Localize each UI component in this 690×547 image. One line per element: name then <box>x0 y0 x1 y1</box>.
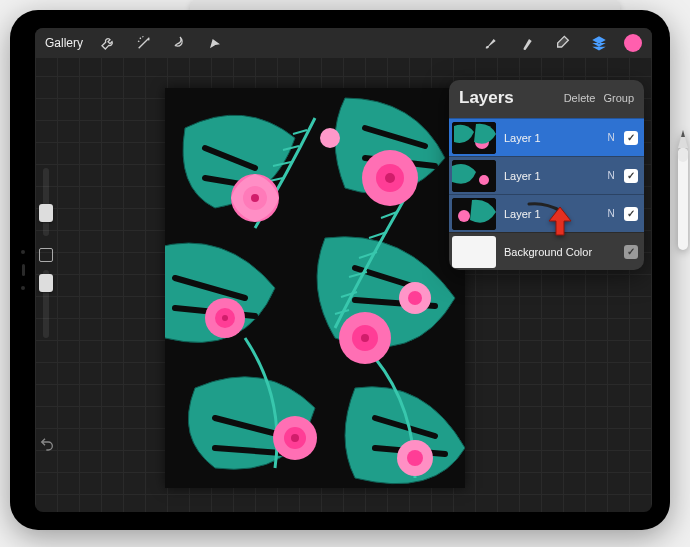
app-screen: Gallery <box>35 28 652 512</box>
brush-size-thumb[interactable] <box>39 204 53 222</box>
layer-thumbnail <box>452 198 496 230</box>
svg-point-17 <box>291 434 299 442</box>
layers-delete-button[interactable]: Delete <box>564 92 596 104</box>
svg-point-26 <box>479 175 489 185</box>
ipad-device-frame: Gallery <box>10 10 670 530</box>
layer-blend-mode[interactable]: N <box>606 132 616 143</box>
layer-thumbnail <box>452 160 496 192</box>
brush-opacity-slider[interactable] <box>43 270 49 338</box>
top-toolbar: Gallery <box>35 28 652 58</box>
selection-icon[interactable] <box>169 32 191 54</box>
layer-blend-mode[interactable]: N <box>606 170 616 181</box>
layer-row[interactable]: Layer 1 N ✓ <box>449 118 644 156</box>
layer-name-label: Layer 1 <box>504 132 598 144</box>
svg-rect-31 <box>678 148 688 162</box>
svg-point-14 <box>408 291 422 305</box>
layer-name-label: Layer 1 <box>504 170 598 182</box>
color-swatch-button[interactable] <box>624 34 642 52</box>
brush-opacity-thumb[interactable] <box>39 274 53 292</box>
svg-point-6 <box>385 173 395 183</box>
layer-visible-checkbox[interactable]: ✓ <box>624 245 638 259</box>
layers-panel-title: Layers <box>459 88 556 108</box>
svg-rect-30 <box>678 148 688 250</box>
layers-panel-header: Layers Delete Group <box>449 80 644 118</box>
layer-thumbnail <box>452 236 496 268</box>
brush-size-opacity-sliders[interactable] <box>39 168 53 338</box>
layers-icon[interactable] <box>588 32 610 54</box>
wand-icon[interactable] <box>133 32 155 54</box>
layer-visible-checkbox[interactable]: ✓ <box>624 169 638 183</box>
svg-point-20 <box>320 128 340 148</box>
layer-row-background[interactable]: Background Color ✓ <box>449 232 644 270</box>
layer-visible-checkbox[interactable]: ✓ <box>624 131 638 145</box>
brush-size-slider[interactable] <box>43 168 49 236</box>
layer-row[interactable]: Layer 1 N ✓ <box>449 194 644 232</box>
gallery-button[interactable]: Gallery <box>45 36 83 50</box>
svg-point-28 <box>458 210 470 222</box>
layer-visible-checkbox[interactable]: ✓ <box>624 207 638 221</box>
svg-point-19 <box>407 450 423 466</box>
ipad-side-controls <box>14 10 32 530</box>
eraser-icon[interactable] <box>552 32 574 54</box>
undo-icon[interactable] <box>39 436 55 452</box>
layer-name-label: Layer 1 <box>504 208 598 220</box>
layer-blend-mode[interactable]: N <box>606 208 616 219</box>
brush-icon[interactable] <box>480 32 502 54</box>
svg-point-9 <box>222 315 228 321</box>
apple-pencil-icon <box>672 130 690 250</box>
svg-point-3 <box>251 194 259 202</box>
smudge-icon[interactable] <box>516 32 538 54</box>
modify-button[interactable] <box>39 248 53 262</box>
layer-row[interactable]: Layer 1 N ✓ <box>449 156 644 194</box>
layers-group-button[interactable]: Group <box>603 92 634 104</box>
move-icon[interactable] <box>205 32 227 54</box>
layer-name-label: Background Color <box>504 246 616 258</box>
svg-point-12 <box>361 334 369 342</box>
layer-thumbnail <box>452 122 496 154</box>
wrench-icon[interactable] <box>97 32 119 54</box>
canvas-artwork[interactable] <box>165 88 465 488</box>
layers-panel: Layers Delete Group Layer 1 N ✓ Layer 1 … <box>449 80 644 270</box>
